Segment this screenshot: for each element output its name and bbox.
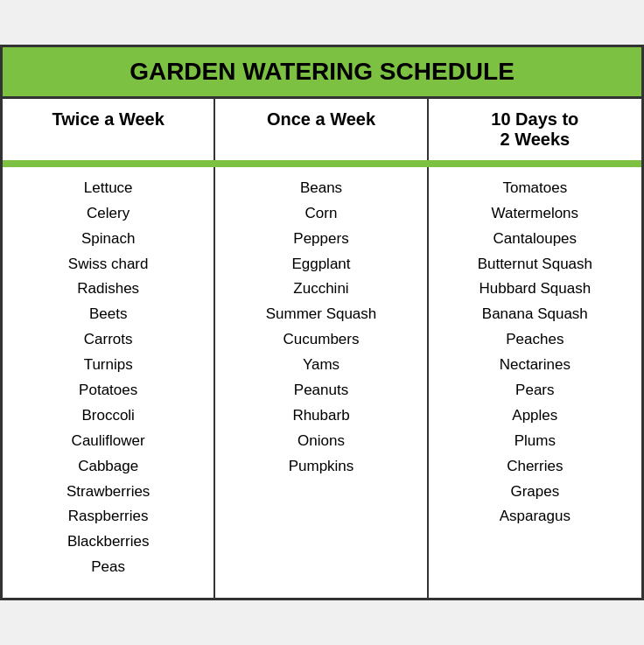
list-item: Potatoes [10, 378, 206, 403]
list-item: Watermelons [436, 201, 634, 227]
list-item: Cabbage [10, 454, 206, 480]
list-item: Cantaloupes [436, 227, 634, 252]
list-item: Asparagus [436, 504, 634, 529]
list-item: Blackberries [10, 529, 206, 555]
list-item: Peas [10, 555, 206, 580]
list-item: Radishes [10, 277, 206, 302]
list-item: Peppers [222, 227, 419, 252]
list-item: Hubbard Squash [436, 277, 634, 302]
header-row: Twice a Week Once a Week 10 Days to2 Wee… [3, 99, 641, 164]
data-columns: LettuceCelerySpinachSwiss chardRadishesB… [3, 167, 641, 598]
list-item: Tomatoes [436, 176, 634, 201]
list-item: Broccoli [10, 403, 206, 429]
list-item: Cherries [436, 454, 634, 480]
table-title: GARDEN WATERING SCHEDULE [3, 47, 641, 99]
col3-data: TomatoesWatermelonsCantaloupesButternut … [429, 167, 641, 598]
header-col1: Twice a Week [3, 99, 215, 160]
list-item: Beans [222, 176, 419, 201]
list-item: Peaches [436, 327, 634, 353]
list-item: Turnips [10, 353, 206, 378]
list-item: Beets [10, 302, 206, 327]
list-item: Carrots [10, 327, 206, 353]
list-item: Plums [436, 429, 634, 454]
list-item: Yams [222, 353, 419, 378]
list-item: Zucchini [222, 277, 419, 302]
list-item: Apples [436, 403, 634, 429]
list-item: Grapes [436, 480, 634, 505]
list-item: Cucumbers [222, 327, 419, 353]
list-item: Peanuts [222, 378, 419, 403]
list-item: Cauliflower [10, 429, 206, 454]
list-item: Banana Squash [436, 302, 634, 327]
list-item: Pumpkins [222, 454, 419, 480]
list-item: Nectarines [436, 353, 634, 378]
list-item: Strawberries [10, 480, 206, 505]
list-item: Spinach [10, 227, 206, 252]
list-item: Eggplant [222, 252, 419, 277]
list-item: Pears [436, 378, 634, 403]
list-item: Swiss chard [10, 252, 206, 277]
list-item: Corn [222, 201, 419, 227]
list-item: Summer Squash [222, 302, 419, 327]
col1-data: LettuceCelerySpinachSwiss chardRadishesB… [3, 167, 215, 598]
watering-schedule-table: GARDEN WATERING SCHEDULE Twice a Week On… [0, 45, 644, 600]
header-col2: Once a Week [215, 99, 428, 160]
col2-data: BeansCornPeppersEggplantZucchiniSummer S… [215, 167, 428, 598]
list-item: Celery [10, 201, 206, 227]
header-col3: 10 Days to2 Weeks [429, 99, 641, 160]
list-item: Lettuce [10, 176, 206, 201]
list-item: Raspberries [10, 504, 206, 529]
list-item: Butternut Squash [436, 252, 634, 277]
list-item: Onions [222, 429, 419, 454]
list-item: Rhubarb [222, 403, 419, 429]
